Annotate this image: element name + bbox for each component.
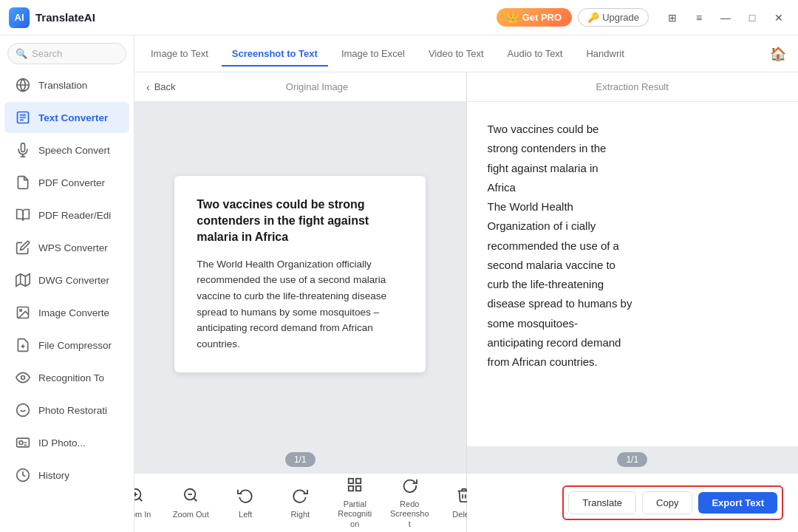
page-indicator-left: 1/1 xyxy=(285,452,316,467)
tab-image-to-text[interactable]: Image to Text xyxy=(140,42,219,66)
extraction-line-2: strong contenders in the xyxy=(488,139,778,158)
export-text-button[interactable]: Export Text xyxy=(698,492,777,514)
svg-point-8 xyxy=(20,310,21,312)
svg-marker-4 xyxy=(16,274,30,287)
translation-icon xyxy=(15,77,31,93)
back-button[interactable]: Back xyxy=(154,81,176,92)
rotate-right-button[interactable]: Right xyxy=(282,487,318,519)
search-icon: 🔍 xyxy=(16,48,27,59)
zoom-in-icon xyxy=(134,487,144,507)
screenshot-body: The World Health Organization officially… xyxy=(197,256,403,352)
rotate-left-button[interactable]: Left xyxy=(227,487,264,519)
search-container[interactable]: 🔍 Search xyxy=(7,43,126,64)
sidebar-label-file-compressor: File Compressor xyxy=(38,340,112,351)
svg-rect-24 xyxy=(349,479,353,483)
sidebar-label-dwg-converter: DWG Converter xyxy=(38,275,109,286)
sidebar-item-file-compressor[interactable]: File Compressor xyxy=(4,330,129,361)
sidebar: 🔍 Search Translation Text Converter Spee… xyxy=(0,35,134,532)
search-placeholder: Search xyxy=(32,48,62,59)
sidebar-item-wps-converter[interactable]: WPS Converter xyxy=(4,232,129,263)
extraction-line-3: fight against malaria in xyxy=(488,159,778,178)
id-photo-icon xyxy=(15,434,31,451)
extraction-result-label: Extraction Result xyxy=(596,81,669,92)
sidebar-item-pdf-reader[interactable]: PDF Reader/Edi xyxy=(4,200,129,231)
copy-button[interactable]: Copy xyxy=(642,491,692,514)
sidebar-label-photo-restora: Photo Restorati xyxy=(38,405,107,416)
sidebar-label-speech-convert: Speech Convert xyxy=(38,145,110,156)
extraction-area[interactable]: Two vaccines could be strong contenders … xyxy=(467,102,799,446)
extraction-line-11: some mosquitoes- xyxy=(488,314,778,333)
dwg-converter-icon xyxy=(15,272,31,288)
close-button[interactable]: ✕ xyxy=(768,7,789,28)
main-layout: 🔍 Search Translation Text Converter Spee… xyxy=(0,35,798,532)
minimize-button[interactable]: — xyxy=(715,7,736,28)
right-panel: Extraction Result Two vaccines could be … xyxy=(467,72,799,532)
sidebar-label-id-photo: ID Photo... xyxy=(38,437,86,449)
recognition-icon xyxy=(15,369,31,386)
zoom-in-button[interactable]: Zoom In xyxy=(134,487,154,519)
extraction-line-12: anticipating record demand xyxy=(488,333,778,352)
extraction-line-13: from African countries. xyxy=(488,352,778,372)
tab-screenshot-to-text[interactable]: Screenshot to Text xyxy=(222,42,328,66)
sidebar-label-text-converter: Text Converter xyxy=(38,112,108,123)
page-indicator-right: 1/1 xyxy=(617,452,647,467)
partial-recognition-icon xyxy=(347,477,363,497)
home-icon[interactable]: 🏠 xyxy=(764,40,792,68)
tab-handwrit[interactable]: Handwrit xyxy=(576,42,634,66)
sidebar-item-id-photo[interactable]: ID Photo... xyxy=(4,427,129,458)
image-converte-icon xyxy=(15,304,31,321)
sidebar-item-history[interactable]: History xyxy=(4,460,129,491)
sidebar-item-photo-restora[interactable]: Photo Restorati xyxy=(4,395,129,426)
sidebar-label-image-converte: Image Converte xyxy=(38,307,109,318)
app-logo: AI xyxy=(9,7,30,28)
svg-point-11 xyxy=(21,376,25,380)
original-image-label: Original Image xyxy=(180,81,454,92)
wps-converter-icon xyxy=(15,239,31,256)
restore-button[interactable]: □ xyxy=(742,7,763,28)
back-chevron-icon: ‹ xyxy=(146,81,150,93)
translate-button[interactable]: Translate xyxy=(568,491,636,514)
tab-bar: Image to Text Screenshot to Text Image t… xyxy=(134,35,798,72)
tab-video-to-text[interactable]: Video to Text xyxy=(418,42,494,66)
tab-audio-to-text[interactable]: Audio to Text xyxy=(497,42,573,66)
right-bottom-bar: Translate Copy Export Text xyxy=(467,473,799,532)
pdf-converter-icon xyxy=(15,174,31,191)
sidebar-label-translation: Translation xyxy=(38,80,87,91)
extraction-line-6: Organization of i cially xyxy=(488,216,778,236)
toolbar: Zoom In Zoom Out Left xyxy=(134,473,466,532)
svg-rect-27 xyxy=(356,486,361,491)
text-converter-icon xyxy=(15,109,31,126)
partial-recognition-button[interactable]: PartialRecognition xyxy=(336,477,373,529)
upgrade-button[interactable]: 🔑 Upgrade xyxy=(578,8,649,27)
sidebar-item-pdf-converter[interactable]: PDF Converter xyxy=(4,167,129,198)
action-buttons-container: Translate Copy Export Text xyxy=(562,485,783,520)
sidebar-item-speech-convert[interactable]: Speech Convert xyxy=(4,134,129,166)
key-icon: 🔑 xyxy=(587,12,599,23)
sidebar-label-history: History xyxy=(38,470,69,481)
extraction-line-7: recommended the use of a xyxy=(488,236,778,256)
sidebar-item-translation[interactable]: Translation xyxy=(4,69,129,100)
svg-rect-25 xyxy=(356,479,361,483)
history-icon xyxy=(15,467,31,483)
sidebar-item-recognition[interactable]: Recognition To xyxy=(4,362,129,393)
title-bar: AI TranslateAI 👑 Get PRO 🔑 Upgrade ⊞ ≡ —… xyxy=(0,0,798,35)
menu-icon[interactable]: ≡ xyxy=(689,7,709,28)
redo-screenshot-button[interactable]: RedoScreenshot xyxy=(391,477,428,529)
get-pro-button[interactable]: 👑 Get PRO xyxy=(497,8,572,27)
tab-image-to-excel[interactable]: Image to Excel xyxy=(331,42,415,66)
svg-point-15 xyxy=(19,441,23,445)
sidebar-label-pdf-reader: PDF Reader/Edi xyxy=(38,210,111,221)
rotate-left-icon xyxy=(237,487,253,507)
work-area: ‹ Back Original Image Two vaccines could… xyxy=(134,72,798,532)
sidebar-item-text-converter[interactable]: Text Converter xyxy=(4,102,129,133)
rotate-right-icon xyxy=(292,487,308,507)
sidebar-item-image-converte[interactable]: Image Converte xyxy=(4,297,129,328)
layout-icon[interactable]: ⊞ xyxy=(662,7,683,28)
zoom-out-button[interactable]: Zoom Out xyxy=(172,487,209,519)
zoom-out-icon xyxy=(183,487,199,507)
image-display: Two vaccines could be strong contenders … xyxy=(134,102,466,446)
crown-icon: 👑 xyxy=(507,12,519,23)
extraction-line-5: The World Health xyxy=(488,197,778,216)
sidebar-item-dwg-converter[interactable]: DWG Converter xyxy=(4,265,129,296)
svg-line-18 xyxy=(140,498,143,501)
